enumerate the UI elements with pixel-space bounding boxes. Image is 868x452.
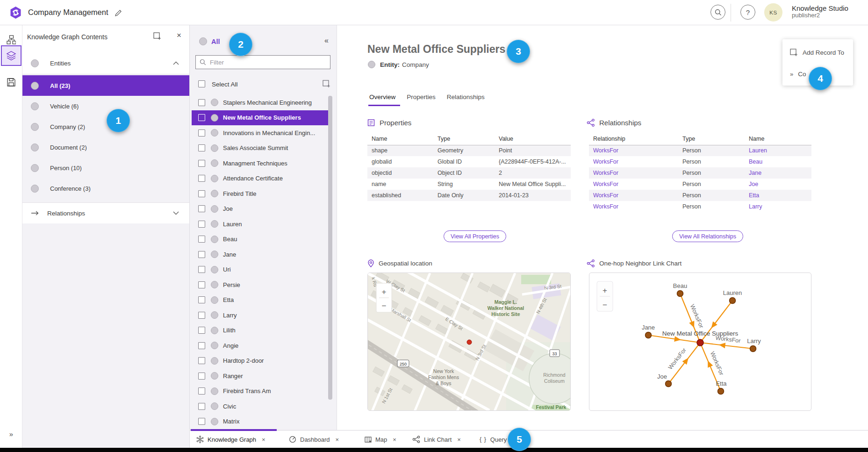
expand-rail-icon[interactable]: » [0,430,22,438]
view-tab-map[interactable]: Map × [365,430,396,448]
record-checkbox[interactable] [198,296,205,303]
close-tab-icon[interactable]: × [393,436,396,443]
link-chart-view[interactable]: WorksFor WorksFor WorksFor WorksFor Beau… [589,273,811,411]
record-checkbox[interactable] [198,114,205,121]
menu-item-add-record-to[interactable]: Add Record To [782,42,853,63]
relationship-link[interactable]: WorksFor [589,156,678,167]
zoom-out-button[interactable]: − [603,301,607,309]
relationship-name-link[interactable]: Beau [745,156,811,167]
record-list-item[interactable]: Managment Techniques [192,156,330,171]
record-list-item[interactable]: Sales Associate Summit [192,141,330,156]
record-list-item[interactable]: New Metal Office Suppliers [192,110,330,126]
entity-type-row[interactable]: All (23) [22,75,189,96]
record-checkbox[interactable] [198,144,205,151]
relationship-link[interactable]: WorksFor [589,190,678,201]
entities-section-header[interactable]: Entities [22,52,189,74]
record-list-item[interactable]: Etta [192,293,330,308]
view-tab-knowledge-graph[interactable]: Knowledge Graph × [196,430,265,448]
record-checkbox[interactable] [198,99,205,106]
entity-type-row[interactable]: Person (10) [22,158,189,178]
record-checkbox[interactable] [198,342,205,349]
record-checkbox[interactable] [198,312,205,319]
entity-type-row[interactable]: Conference (3) [22,178,189,199]
relationships-section-header[interactable]: Relationships [22,202,189,224]
record-list-item[interactable]: Lilith [192,323,330,338]
relationship-name-link[interactable]: Jane [745,167,811,179]
relationship-name-link[interactable]: Larry [745,201,811,212]
view-all-properties-button[interactable]: View All Properties [444,230,506,242]
record-checkbox[interactable] [198,357,205,364]
record-list-item[interactable]: Staplers Mechanical Engineering [192,95,330,110]
record-list-item[interactable]: Joe [192,201,330,217]
zoom-in-button[interactable]: + [382,287,387,296]
tab-properties[interactable]: Properties [407,93,436,104]
chart-zoom-control[interactable]: + − [597,281,613,311]
close-tab-icon[interactable]: × [457,436,461,443]
record-list-item[interactable]: Hardtop 2-door [192,353,330,369]
tab-overview[interactable]: Overview [369,93,395,104]
add-record-icon[interactable] [323,80,330,88]
record-list-item[interactable]: Firebird Trans Am [192,384,330,399]
record-checkbox[interactable] [198,327,205,334]
add-record-icon[interactable] [153,32,161,40]
entity-type-row[interactable]: Vehicle (6) [22,96,189,116]
close-tab-icon[interactable]: × [336,436,339,443]
record-list-item[interactable]: Attendance Certificate [192,171,330,187]
chevron-down-icon[interactable] [173,211,179,215]
chevron-up-icon[interactable] [173,61,179,65]
record-list-item[interactable]: Uri [192,262,330,278]
record-checkbox[interactable] [198,418,205,425]
record-checkbox[interactable] [198,266,205,273]
filter-input[interactable] [210,59,317,66]
map-view[interactable]: k Rd W Clay St W Marshall St E Clay St N… [367,273,571,411]
entity-type-row[interactable]: Document (2) [22,137,189,158]
record-list-item[interactable]: Larry [192,308,330,323]
record-list-item[interactable]: Beau [192,232,330,247]
close-panel-icon[interactable]: × [177,31,181,40]
record-checkbox[interactable] [198,190,205,197]
record-checkbox[interactable] [198,236,205,243]
rail-item-save[interactable] [1,72,22,93]
view-tab-query[interactable]: { } Query [480,430,507,448]
record-list-item[interactable]: Angie [192,338,330,353]
record-list-item[interactable]: Civic [192,399,330,414]
record-checkbox[interactable] [198,205,205,212]
relationship-link[interactable]: WorksFor [589,179,678,190]
relationship-name-link[interactable]: Lauren [745,145,811,156]
help-button[interactable]: ? [740,5,755,20]
relationship-link[interactable]: WorksFor [589,201,678,212]
view-tab-dashboard[interactable]: Dashboard × [289,430,339,448]
record-checkbox[interactable] [198,251,205,258]
user-block[interactable]: Knowledge Studio publisher2 [792,4,848,19]
search-button[interactable] [710,5,725,20]
close-tab-icon[interactable]: × [262,436,265,443]
list-scrollbar[interactable] [328,96,332,400]
tab-relationships[interactable]: Relationships [447,93,485,104]
zoom-out-button[interactable]: − [382,301,387,310]
edit-title-icon[interactable] [115,9,122,17]
record-list-item[interactable]: Innovations in Mechanical Engin... [192,125,330,141]
rail-item-contents[interactable] [1,45,22,66]
record-list-item[interactable]: Lauren [192,216,330,232]
relationship-name-link[interactable]: Etta [745,190,811,201]
center-node[interactable] [697,339,703,346]
map-zoom-control[interactable]: + − [376,283,392,312]
entity-type-row[interactable]: Company (2) [22,116,189,137]
record-checkbox[interactable] [198,221,205,228]
relationship-link[interactable]: WorksFor [589,145,678,156]
record-checkbox[interactable] [198,129,205,136]
record-list-item[interactable]: Firebird Title [192,186,330,201]
record-checkbox[interactable] [198,175,205,182]
record-checkbox[interactable] [198,387,205,395]
record-checkbox[interactable] [198,160,205,167]
record-checkbox[interactable] [198,281,205,288]
select-all-checkbox[interactable] [198,80,205,87]
relationship-name-link[interactable]: Joe [745,179,811,190]
view-tab-link-chart[interactable]: Link Chart × [412,430,461,448]
relationship-link[interactable]: WorksFor [589,167,678,179]
avatar[interactable]: KS [764,3,782,22]
record-checkbox[interactable] [198,373,205,380]
record-list-item[interactable]: Ranger [192,368,330,384]
collapse-list-icon[interactable]: « [324,36,329,45]
record-list-item[interactable]: Matrix [192,414,330,430]
